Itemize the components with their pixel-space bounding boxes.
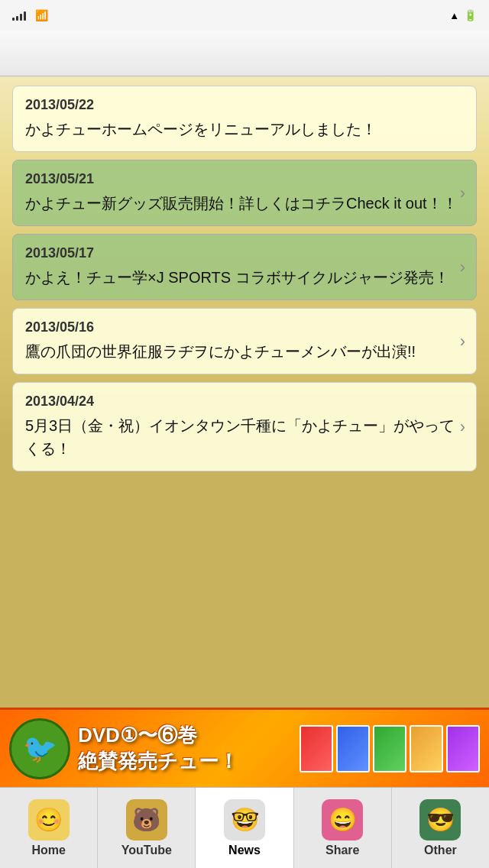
dvd-cover-2 [336, 725, 370, 772]
youtube-icon-face: 🐻 [132, 806, 160, 833]
news-tab-label: News [228, 844, 261, 857]
news-date: 2013/05/21 [25, 171, 464, 187]
tab-bar: 😊 Home 🐻 YouTube 🤓 News 😄 Share 😎 Other [0, 787, 489, 868]
news-item-3[interactable]: 2013/05/16 鷹の爪団の世界征服ラヂヲにかよチューメンバーが出演!! › [12, 308, 477, 374]
status-right: ▲ 🔋 [449, 9, 477, 21]
share-tab-icon: 😄 [322, 799, 363, 840]
home-tab-label: Home [31, 844, 65, 857]
tab-other[interactable]: 😎 Other [392, 788, 489, 868]
news-tab-icon: 🤓 [224, 799, 265, 840]
other-tab-icon: 😎 [419, 799, 461, 840]
other-tab-label: Other [424, 844, 457, 857]
news-title: かよえ！チュー学×J SPORTS コラボサイクルジャージ発売！ [25, 266, 464, 289]
news-title: 5月3日（金・祝）イオンタウン千種に「かよチュー」がやってくる！ [25, 414, 464, 460]
dvd-cover-1 [300, 725, 333, 772]
chevron-icon: › [460, 257, 465, 277]
chevron-icon: › [460, 417, 465, 437]
dvd-cover-4 [410, 725, 443, 772]
banner-bird-icon: 🐦 [9, 718, 70, 779]
news-icon-face: 🤓 [231, 806, 259, 833]
banner-area[interactable]: 🐦 DVD①〜⑥巻絶賛発売チュー！ [0, 708, 489, 787]
wifi-icon: 📶 [35, 9, 48, 21]
news-item-4[interactable]: 2013/04/24 5月3日（金・祝）イオンタウン千種に「かよチュー」がやって… [12, 382, 477, 471]
news-item-0: 2013/05/22 かよチューホームページをリニューアルしました！ [12, 86, 477, 152]
other-icon-face: 😎 [426, 806, 455, 833]
nav-bar [0, 31, 489, 76]
news-date: 2013/05/22 [25, 97, 464, 113]
youtube-tab-icon: 🐻 [126, 799, 167, 840]
youtube-tab-label: YouTube [121, 844, 172, 857]
chevron-icon: › [460, 183, 465, 203]
banner-text: DVD①〜⑥巻絶賛発売チュー！ [78, 723, 238, 775]
news-item-1[interactable]: 2013/05/21 かよチュー新グッズ販売開始！詳しくはコチラCheck it… [12, 160, 477, 226]
tab-home[interactable]: 😊 Home [0, 788, 98, 868]
tab-news[interactable]: 🤓 News [196, 788, 293, 868]
news-title: かよチューホームページをリニューアルしました！ [25, 118, 464, 141]
location-icon: ▲ [449, 10, 459, 21]
chevron-icon: › [460, 332, 465, 351]
dvd-cover-3 [373, 725, 406, 772]
battery-icon: 🔋 [464, 9, 477, 21]
dvd-cover-5 [446, 725, 480, 772]
banner-dvds [300, 725, 480, 772]
news-list: 2013/05/22 かよチューホームページをリニューアルしました！ 2013/… [0, 76, 489, 488]
news-title: かよチュー新グッズ販売開始！詳しくはコチラCheck it out！！ [25, 192, 464, 215]
status-bar: 📶 ▲ 🔋 [0, 0, 489, 31]
news-item-2[interactable]: 2013/05/17 かよえ！チュー学×J SPORTS コラボサイクルジャージ… [12, 234, 477, 300]
share-tab-label: Share [325, 844, 359, 857]
tab-youtube[interactable]: 🐻 YouTube [98, 788, 196, 868]
content-area: 2013/05/22 かよチューホームページをリニューアルしました！ 2013/… [0, 76, 489, 741]
home-tab-icon: 😊 [28, 799, 70, 840]
news-date: 2013/05/16 [25, 319, 464, 335]
news-date: 2013/05/17 [25, 245, 464, 261]
news-title: 鷹の爪団の世界征服ラヂヲにかよチューメンバーが出演!! [25, 340, 464, 363]
home-icon-face: 😊 [34, 806, 63, 833]
share-icon-face: 😄 [329, 806, 357, 833]
tab-share[interactable]: 😄 Share [294, 788, 392, 868]
news-date: 2013/04/24 [25, 394, 464, 410]
signal-icon [12, 10, 26, 21]
status-left: 📶 [12, 9, 48, 21]
